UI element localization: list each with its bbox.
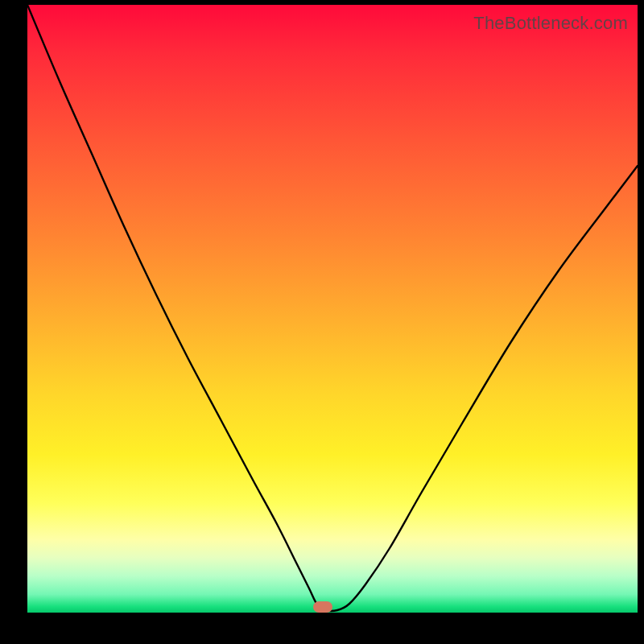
plot-area: TheBottleneck.com (27, 5, 638, 613)
chart-frame: TheBottleneck.com (0, 0, 644, 644)
bottleneck-curve (27, 5, 638, 613)
optimum-marker (313, 601, 332, 613)
